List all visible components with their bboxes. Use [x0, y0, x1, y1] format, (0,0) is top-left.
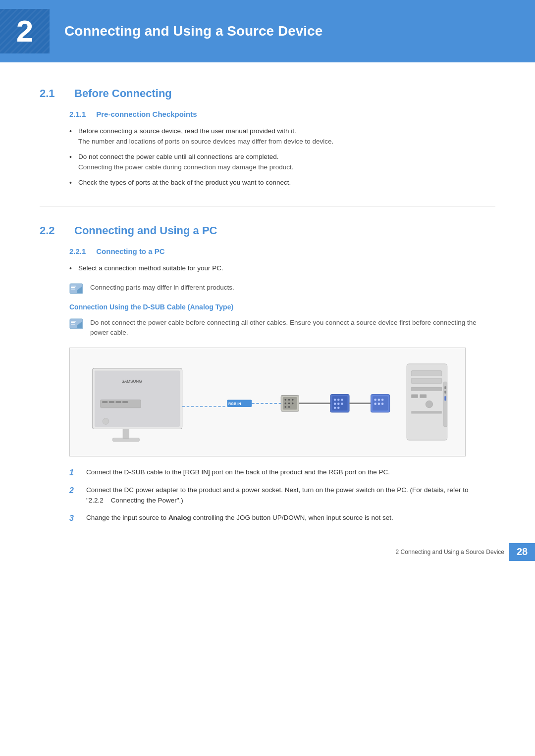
svg-point-20: [103, 418, 109, 425]
svg-point-41: [334, 403, 336, 405]
bullet-main: Do not connect the power cable until all…: [78, 153, 279, 160]
step-3-text: Change the input source to Analog contro…: [86, 513, 393, 523]
page-container: 2 Connecting and Using a Source Device 2…: [0, 0, 535, 571]
bullet-main: Select a connection method suitable for …: [78, 264, 223, 272]
list-item: Check the types of ports at the back of …: [69, 178, 495, 188]
bullet-main: Check the types of ports at the back of …: [78, 179, 291, 186]
svg-rect-56: [411, 371, 442, 376]
subsection-2-1-1-number: 2.1.1: [69, 110, 86, 118]
svg-rect-59: [411, 395, 418, 398]
connection-type-title: Connection Using the D-SUB Cable (Analog…: [69, 303, 495, 311]
svg-rect-18: [115, 401, 121, 403]
chapter-header: 2 Connecting and Using a Source Device: [0, 0, 535, 62]
list-item: Do not connect the power cable until all…: [69, 152, 495, 173]
svg-rect-62: [411, 411, 442, 413]
svg-point-53: [378, 403, 380, 405]
section-divider: [40, 206, 495, 206]
footer-label: 2 Connecting and Using a Source Device: [396, 549, 509, 555]
svg-point-32: [292, 403, 294, 404]
svg-rect-57: [411, 378, 442, 384]
svg-rect-65: [444, 391, 446, 393]
bullet-sub: The number and locations of ports on sou…: [78, 137, 495, 147]
svg-rect-17: [109, 401, 114, 403]
note-1-text: Connecting parts may differ in different…: [90, 283, 234, 293]
section-2-1-number: 2.1: [40, 87, 64, 100]
svg-point-31: [288, 403, 290, 404]
svg-text:RGB IN: RGB IN: [228, 402, 241, 406]
svg-point-28: [288, 399, 290, 401]
subsection-2-2-1-number: 2.2.1: [69, 247, 86, 255]
step-3: 3 Change the input source to Analog cont…: [69, 513, 495, 524]
step-1: 1 Connect the D-SUB cable to the [RGB IN…: [69, 467, 495, 478]
note-box-2: Do not connect the power cable before co…: [69, 318, 495, 338]
connection-diagram: SAMSUNG RGB IN: [69, 348, 466, 456]
svg-rect-8: [71, 324, 75, 325]
note-icon: [69, 283, 83, 294]
step-2-text: Connect the DC power adapter to the prod…: [86, 485, 495, 506]
pre-connection-bullets: Before connecting a source device, read …: [69, 126, 495, 188]
note-icon-svg: [69, 283, 83, 294]
svg-rect-64: [444, 386, 446, 389]
subsection-2-2-1-label: Connecting to a PC: [96, 247, 164, 255]
diagram-svg: SAMSUNG RGB IN: [70, 348, 465, 456]
numbered-steps: 1 Connect the D-SUB cable to the [RGB IN…: [69, 467, 495, 524]
svg-point-30: [284, 403, 286, 404]
svg-point-54: [381, 403, 384, 405]
note-icon-svg-2: [69, 318, 83, 329]
subsection-2-2-1-title: 2.2.1 Connecting to a PC: [69, 247, 495, 255]
svg-rect-66: [444, 396, 446, 401]
svg-point-50: [378, 399, 380, 401]
step-1-num: 1: [69, 467, 78, 478]
list-item: Select a connection method suitable for …: [69, 263, 495, 274]
svg-rect-15: [101, 400, 141, 407]
step-3-num: 3: [69, 513, 78, 524]
section-2-2-label: Connecting and Using a PC: [74, 224, 217, 237]
svg-point-42: [337, 403, 340, 405]
svg-point-44: [334, 407, 336, 409]
svg-rect-7: [71, 322, 75, 323]
subsection-2-1-1-label: Pre-connection Checkpoints: [96, 110, 197, 118]
svg-rect-2: [71, 287, 75, 288]
svg-rect-1: [71, 286, 76, 287]
svg-text:SAMSUNG: SAMSUNG: [121, 379, 142, 384]
svg-point-38: [334, 399, 336, 401]
step-1-text: Connect the D-SUB cable to the [RGB IN] …: [86, 467, 390, 478]
connecting-to-pc-bullets: Select a connection method suitable for …: [69, 263, 495, 274]
svg-point-51: [381, 399, 384, 401]
section-2-2-number: 2.2: [40, 224, 64, 237]
svg-rect-58: [411, 387, 442, 391]
svg-point-45: [337, 407, 340, 409]
list-item: Before connecting a source device, read …: [69, 126, 495, 147]
svg-point-29: [292, 399, 294, 401]
chapter-title: Connecting and Using a Source Device: [64, 23, 322, 39]
page-footer: 2 Connecting and Using a Source Device 2…: [396, 543, 535, 561]
step-2: 2 Connect the DC power adapter to the pr…: [69, 485, 495, 506]
chapter-number-box: 2: [0, 9, 50, 53]
svg-point-40: [341, 399, 343, 401]
footer-page-number: 28: [509, 543, 535, 561]
svg-point-61: [426, 401, 433, 408]
svg-point-52: [374, 403, 376, 405]
svg-rect-3: [71, 289, 75, 290]
section-2-1-title: 2.1 Before Connecting: [40, 87, 495, 100]
svg-rect-19: [122, 401, 128, 403]
svg-rect-16: [102, 401, 107, 403]
section-2-2-title: 2.2 Connecting and Using a PC: [40, 224, 495, 237]
svg-rect-6: [71, 321, 76, 322]
svg-point-43: [341, 403, 343, 405]
note-box-1: Connecting parts may differ in different…: [69, 283, 495, 294]
note-2-text: Do not connect the power cable before co…: [90, 318, 495, 338]
subsection-2-1-1-title: 2.1.1 Pre-connection Checkpoints: [69, 110, 495, 118]
note-icon-2: [69, 318, 83, 329]
svg-point-39: [337, 399, 340, 401]
step-2-num: 2: [69, 485, 78, 496]
svg-point-34: [288, 406, 290, 408]
chapter-number: 2: [16, 16, 33, 47]
bullet-sub: Connecting the power cable during connec…: [78, 162, 495, 173]
svg-point-27: [284, 399, 286, 401]
section-2-1-label: Before Connecting: [74, 87, 172, 100]
main-content: 2.1 Before Connecting 2.1.1 Pre-connecti…: [0, 62, 535, 571]
bullet-main: Before connecting a source device, read …: [78, 127, 296, 135]
svg-point-33: [284, 406, 286, 408]
svg-point-49: [374, 399, 376, 401]
